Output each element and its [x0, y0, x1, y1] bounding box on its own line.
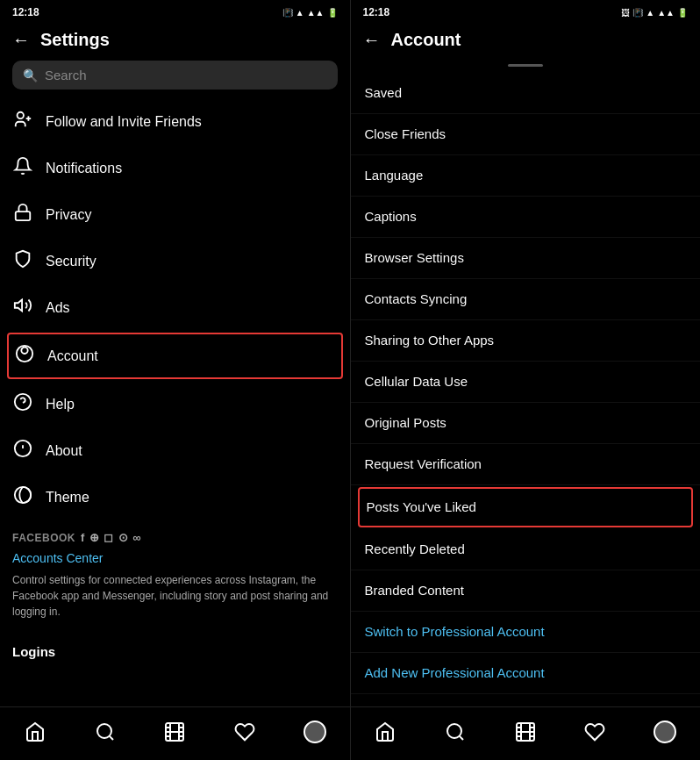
settings-back-button[interactable]: ←: [12, 30, 30, 50]
settings-item-about[interactable]: About: [0, 427, 350, 474]
instagram-icon: ◻: [104, 531, 114, 544]
left-status-bar: 12:18 📳 ▲ ▲▲ 🔋: [0, 0, 350, 23]
right-vibrate-icon: 📳: [632, 8, 643, 18]
facebook-section: FACEBOOK f ⊕ ◻ ⊙ ∞ Accounts Center Contr…: [0, 520, 350, 637]
original-posts-label: Original Posts: [365, 415, 446, 430]
left-nav-home[interactable]: [19, 716, 51, 748]
search-bar[interactable]: 🔍 Search: [12, 61, 338, 90]
signal-icon: ▲▲: [307, 8, 325, 18]
right-nav-search[interactable]: [439, 716, 471, 748]
settings-item-help[interactable]: Help: [0, 381, 350, 427]
settings-item-ads[interactable]: Ads: [0, 284, 350, 331]
account-list: Saved Close Friends Language Captions Br…: [351, 61, 701, 706]
theme-icon: [12, 485, 33, 509]
add-professional-label: Add New Professional Account: [365, 665, 545, 680]
theme-label: Theme: [46, 490, 89, 505]
accounts-center-link[interactable]: Accounts Center: [12, 551, 338, 565]
help-icon: [12, 392, 33, 416]
svg-point-5: [21, 348, 27, 354]
right-status-bar: 12:18 🖼 📳 ▲ ▲▲ 🔋: [351, 0, 701, 23]
privacy-icon: [12, 203, 33, 226]
right-battery-icon: 🔋: [677, 8, 688, 18]
settings-screen: 12:18 📳 ▲ ▲▲ 🔋 ← Settings 🔍 Search: [0, 0, 351, 760]
right-nav-likes[interactable]: [579, 716, 611, 748]
account-item-sharing[interactable]: Sharing to Other Apps: [351, 320, 701, 362]
settings-item-follow[interactable]: Follow and Invite Friends: [0, 98, 350, 145]
account-item-posts-liked[interactable]: Posts You've Liked: [358, 487, 694, 527]
settings-item-security[interactable]: Security: [0, 238, 350, 284]
settings-item-theme[interactable]: Theme: [0, 474, 350, 520]
account-item-close-friends[interactable]: Close Friends: [351, 114, 701, 155]
right-time: 12:18: [363, 6, 390, 18]
vibrate-icon: 📳: [282, 8, 293, 18]
follow-icon: [12, 110, 33, 133]
settings-item-account[interactable]: Account: [7, 333, 343, 379]
facebook-description: Control settings for connected experienc…: [12, 572, 338, 620]
svg-rect-3: [16, 212, 31, 220]
right-status-icons: 🖼 📳 ▲ ▲▲ 🔋: [621, 8, 688, 18]
settings-item-notifications[interactable]: Notifications: [0, 145, 350, 191]
account-label: Account: [47, 348, 98, 364]
facebook-label: FACEBOOK: [12, 532, 75, 544]
account-back-button[interactable]: ←: [363, 30, 381, 50]
scroll-hint-line: [508, 64, 543, 67]
svg-point-0: [18, 112, 24, 118]
left-nav-likes[interactable]: [229, 716, 261, 748]
left-nav-reels[interactable]: [159, 716, 190, 748]
left-nav-profile[interactable]: [299, 716, 331, 748]
account-item-cellular[interactable]: Cellular Data Use: [351, 362, 701, 403]
cellular-label: Cellular Data Use: [365, 374, 468, 389]
svg-point-23: [447, 724, 461, 738]
search-input[interactable]: Search: [45, 68, 87, 82]
settings-item-privacy[interactable]: Privacy: [0, 191, 350, 238]
about-icon: [12, 439, 33, 462]
notifications-label: Notifications: [46, 161, 122, 176]
fb-icon: f: [81, 531, 85, 544]
settings-title: Settings: [40, 30, 110, 50]
saved-label: Saved: [365, 85, 403, 100]
contacts-syncing-label: Contacts Syncing: [365, 291, 468, 306]
whatsapp-icon: ⊙: [118, 531, 129, 544]
logins-title: Logins: [12, 644, 338, 659]
facebook-header: FACEBOOK f ⊕ ◻ ⊙ ∞: [12, 531, 338, 544]
right-nav-profile[interactable]: [649, 716, 681, 748]
ads-icon: [12, 296, 33, 319]
help-label: Help: [46, 397, 75, 412]
settings-header: ← Settings: [0, 23, 350, 61]
account-item-browser-settings[interactable]: Browser Settings: [351, 238, 701, 279]
account-screen: 12:18 🖼 📳 ▲ ▲▲ 🔋 ← Account Saved: [351, 0, 701, 760]
account-item-switch-professional[interactable]: Switch to Professional Account: [351, 612, 701, 653]
branded-content-label: Branded Content: [365, 583, 464, 598]
left-time: 12:18: [12, 6, 39, 18]
captions-label: Captions: [365, 209, 417, 224]
left-nav-search[interactable]: [89, 716, 121, 748]
browser-settings-label: Browser Settings: [365, 250, 464, 265]
account-item-request-verification[interactable]: Request Verification: [351, 444, 701, 485]
left-bottom-nav: [0, 706, 350, 760]
svg-line-24: [460, 736, 463, 740]
account-item-saved[interactable]: Saved: [351, 73, 701, 114]
wifi-icon: ▲: [296, 8, 304, 18]
follow-label: Follow and Invite Friends: [46, 114, 202, 130]
right-nav-home[interactable]: [369, 716, 401, 748]
account-item-original-posts[interactable]: Original Posts: [351, 403, 701, 444]
profile-avatar: [304, 721, 326, 743]
close-friends-label: Close Friends: [365, 126, 446, 141]
svg-point-13: [97, 724, 111, 738]
account-item-captions[interactable]: Captions: [351, 197, 701, 238]
scroll-hint: [351, 61, 701, 73]
account-item-language[interactable]: Language: [351, 155, 701, 197]
account-item-add-professional[interactable]: Add New Professional Account: [351, 653, 701, 694]
switch-professional-label: Switch to Professional Account: [365, 624, 545, 639]
right-profile-avatar: [654, 721, 676, 743]
account-item-recently-deleted[interactable]: Recently Deleted: [351, 529, 701, 570]
account-item-branded-content[interactable]: Branded Content: [351, 570, 701, 612]
account-item-contacts-syncing[interactable]: Contacts Syncing: [351, 279, 701, 320]
posts-liked-label: Posts You've Liked: [367, 499, 476, 514]
sharing-label: Sharing to Other Apps: [365, 333, 495, 348]
account-icon: [14, 344, 35, 368]
notifications-icon: [12, 156, 33, 180]
right-nav-reels[interactable]: [510, 716, 541, 748]
ads-label: Ads: [46, 300, 70, 316]
left-status-icons: 📳 ▲ ▲▲ 🔋: [282, 8, 338, 18]
